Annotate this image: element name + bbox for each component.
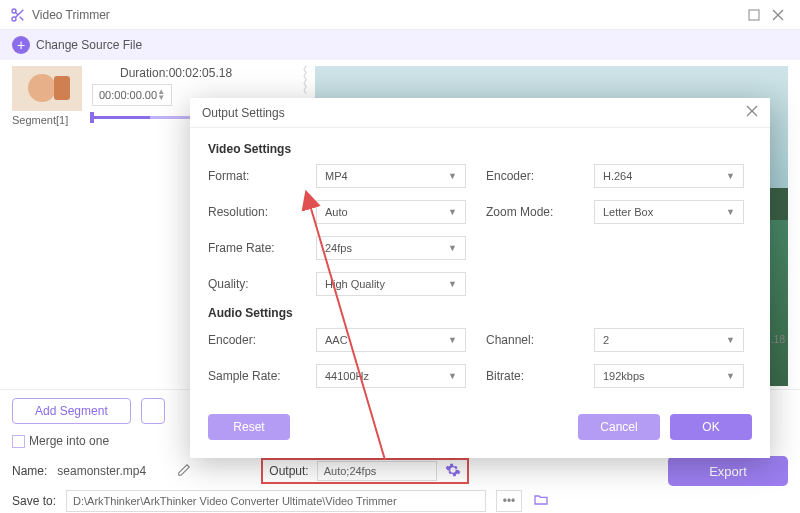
end-time-label: .18 — [771, 334, 785, 345]
scissors-icon — [10, 7, 26, 23]
saveto-label: Save to: — [12, 494, 56, 508]
samplerate-select[interactable]: 44100Hz▼ — [316, 364, 466, 388]
encoder-select[interactable]: H.264▼ — [594, 164, 744, 188]
svg-point-9 — [28, 74, 56, 102]
timeline-fill — [90, 116, 150, 119]
format-label: Format: — [208, 169, 296, 183]
plus-icon[interactable]: + — [12, 36, 30, 54]
close-button[interactable] — [766, 3, 790, 27]
segment-label: Segment[1] — [12, 114, 68, 126]
change-source-button[interactable]: Change Source File — [36, 38, 142, 52]
reset-button[interactable]: Reset — [208, 414, 290, 440]
encoder-label: Encoder: — [486, 169, 574, 183]
audio-settings-heading: Audio Settings — [208, 306, 752, 320]
folder-icon[interactable] — [532, 492, 550, 511]
quality-label: Quality: — [208, 277, 296, 291]
app-title: Video Trimmer — [32, 8, 742, 22]
resolution-label: Resolution: — [208, 205, 296, 219]
video-settings-heading: Video Settings — [208, 142, 752, 156]
framerate-select[interactable]: 24fps▼ — [316, 236, 466, 260]
svg-point-1 — [12, 17, 16, 21]
chevron-down-icon: ▼ — [726, 207, 735, 217]
export-button[interactable]: Export — [668, 456, 788, 486]
close-icon[interactable] — [746, 105, 758, 120]
bitrate-label: Bitrate: — [486, 369, 574, 383]
edit-icon[interactable] — [177, 463, 191, 480]
chevron-down-icon: ▼ — [448, 243, 457, 253]
name-input[interactable] — [57, 464, 167, 479]
chevron-down-icon: ▼ — [448, 279, 457, 289]
samplerate-label: Sample Rate: — [208, 369, 296, 383]
framerate-label: Frame Rate: — [208, 241, 296, 255]
clip-thumbnail[interactable] — [12, 66, 82, 111]
modal-header: Output Settings — [190, 98, 770, 128]
chevron-down-icon: ▼ — [448, 171, 457, 181]
svg-rect-5 — [749, 10, 759, 20]
start-time-input[interactable]: 00:00:00.00 ▲▼ — [92, 84, 172, 106]
toolbar: + Change Source File — [0, 30, 800, 60]
gear-icon[interactable] — [445, 462, 461, 481]
zoom-label: Zoom Mode: — [486, 205, 574, 219]
svg-rect-10 — [54, 76, 70, 100]
chevron-down-icon: ▼ — [448, 207, 457, 217]
output-label: Output: — [269, 464, 308, 478]
audio-encoder-label: Encoder: — [208, 333, 296, 347]
svg-line-3 — [20, 16, 24, 20]
chevron-down-icon: ▼ — [726, 171, 735, 181]
zoom-select[interactable]: Letter Box▼ — [594, 200, 744, 224]
timeline-handle[interactable] — [90, 112, 94, 123]
saveto-input[interactable] — [66, 490, 486, 512]
output-box: Output: Auto;24fps — [261, 458, 468, 484]
format-select[interactable]: MP4▼ — [316, 164, 466, 188]
cancel-button[interactable]: Cancel — [578, 414, 660, 440]
duration-label: Duration:00:02:05.18 — [120, 66, 232, 80]
bitrate-select[interactable]: 192kbps▼ — [594, 364, 744, 388]
ok-button[interactable]: OK — [670, 414, 752, 440]
drag-handle-icon[interactable]: 《《《《 — [299, 66, 307, 94]
merge-checkbox[interactable]: Merge into one — [12, 434, 109, 448]
output-field[interactable]: Auto;24fps — [317, 461, 437, 481]
start-time-value: 00:00:00.00 — [99, 89, 157, 101]
chevron-down-icon: ▼ — [726, 371, 735, 381]
chevron-down-icon: ▼ — [726, 335, 735, 345]
svg-line-4 — [15, 12, 18, 15]
modal-title: Output Settings — [202, 106, 285, 120]
chevron-down-icon: ▼ — [448, 335, 457, 345]
channel-label: Channel: — [486, 333, 574, 347]
svg-point-0 — [12, 9, 16, 13]
add-segment-button[interactable]: Add Segment — [12, 398, 131, 424]
quality-select[interactable]: High Quality▼ — [316, 272, 466, 296]
audio-encoder-select[interactable]: AAC▼ — [316, 328, 466, 352]
browse-button[interactable]: ••• — [496, 490, 522, 512]
secondary-button[interactable] — [141, 398, 165, 424]
spinner-icon[interactable]: ▲▼ — [157, 89, 165, 101]
minimize-button[interactable] — [742, 3, 766, 27]
resolution-select[interactable]: Auto▼ — [316, 200, 466, 224]
name-label: Name: — [12, 464, 47, 478]
checkbox-icon — [12, 435, 25, 448]
chevron-down-icon: ▼ — [448, 371, 457, 381]
channel-select[interactable]: 2▼ — [594, 328, 744, 352]
titlebar: Video Trimmer — [0, 0, 800, 30]
output-settings-modal: Output Settings Video Settings Format: M… — [190, 98, 770, 458]
